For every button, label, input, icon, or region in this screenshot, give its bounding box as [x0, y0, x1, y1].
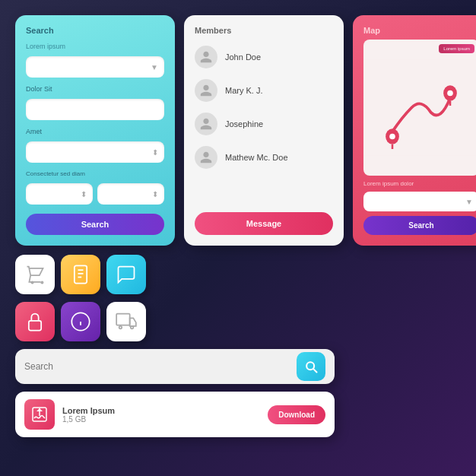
map-search-button[interactable]: Search — [363, 216, 476, 235]
double-input-row: ⬍ ⬍ — [26, 183, 164, 205]
download-icon — [24, 399, 55, 430]
dropdown-arrow-4a: ⬍ — [81, 190, 87, 198]
label-amet: Amet — [26, 128, 164, 135]
message-button[interactable]: Message — [195, 212, 333, 235]
member-name-3: Mathew Mc. Doe — [225, 153, 288, 162]
search-card: Search Lorem ipsum ▼ Dolor Sit Amet ⬍ Co… — [15, 15, 175, 246]
cart-button[interactable] — [15, 255, 55, 294]
member-row-2: Josephine — [195, 109, 333, 138]
search-field-4b[interactable]: ⬍ — [97, 183, 164, 205]
search-field-3[interactable]: ⬍ — [26, 141, 164, 163]
svg-rect-0 — [363, 59, 476, 156]
search-field-2[interactable] — [26, 99, 164, 120]
search-bar-input[interactable] — [24, 361, 290, 372]
svg-rect-11 — [29, 321, 41, 331]
dropdown-arrow-1: ▼ — [151, 63, 158, 71]
avatar-0 — [195, 46, 217, 68]
dropdown-arrow-4b: ⬍ — [152, 190, 158, 198]
svg-rect-7 — [75, 265, 87, 283]
label-dolor: Dolor Sit — [26, 85, 164, 93]
chat-button[interactable] — [106, 255, 146, 294]
map-badge: Lorem ipsum — [439, 44, 474, 53]
dropdown-arrow-3: ⬍ — [152, 148, 158, 157]
search-field-1[interactable]: ▼ — [26, 56, 164, 78]
map-hint: Lorem ipsum dolor — [363, 180, 476, 187]
avatar-1 — [195, 79, 217, 102]
label-consectetur: Consectetur sed diam — [26, 170, 164, 177]
members-title: Members — [195, 26, 333, 35]
search-hint: Lorem ipsum — [26, 43, 164, 50]
member-name-1: Mary K. J. — [225, 86, 263, 95]
info-button[interactable] — [61, 302, 100, 341]
download-card: Lorem Ipsum 1,5 GB Download — [15, 392, 335, 437]
avatar-3 — [195, 146, 217, 169]
member-name-0: John Doe — [225, 52, 261, 62]
svg-point-6 — [41, 281, 43, 283]
members-card: Members John Doe Mary K. J. Josephine Ma… — [184, 15, 344, 246]
svg-point-16 — [119, 326, 122, 329]
search-bar — [15, 349, 335, 384]
download-info: Lorem Ipsum 1,5 GB — [62, 406, 260, 424]
avatar-2 — [195, 113, 217, 135]
lock-button[interactable] — [15, 302, 55, 341]
truck-button[interactable] — [106, 302, 146, 341]
member-name-2: Josephine — [225, 119, 263, 129]
search-button[interactable]: Search — [26, 214, 164, 235]
map-card: Map Lorem ipsum Lorem ipsum dolor ▼ Sear… — [353, 15, 476, 246]
svg-rect-15 — [116, 314, 130, 325]
icon-buttons-row1 — [15, 255, 335, 294]
svg-point-4 — [389, 134, 395, 140]
map-area: Lorem ipsum — [363, 40, 476, 176]
search-card-title: Search — [26, 26, 164, 35]
doc-button[interactable] — [61, 255, 100, 294]
search-field-4a[interactable]: ⬍ — [26, 183, 93, 205]
map-dropdown-arrow: ▼ — [465, 198, 473, 206]
member-row-3: Mathew Mc. Doe — [195, 143, 333, 172]
member-row-1: Mary K. J. — [195, 76, 333, 105]
icon-buttons-row2 — [15, 302, 335, 341]
svg-point-2 — [447, 90, 453, 97]
svg-point-17 — [131, 326, 134, 329]
search-bar-button[interactable] — [297, 352, 325, 381]
map-title: Map — [363, 26, 476, 35]
member-row-0: John Doe — [195, 43, 333, 71]
download-size: 1,5 GB — [62, 415, 260, 424]
download-title: Lorem Ipsum — [62, 406, 260, 415]
map-input[interactable]: ▼ — [363, 192, 476, 211]
download-button[interactable]: Download — [268, 405, 325, 424]
